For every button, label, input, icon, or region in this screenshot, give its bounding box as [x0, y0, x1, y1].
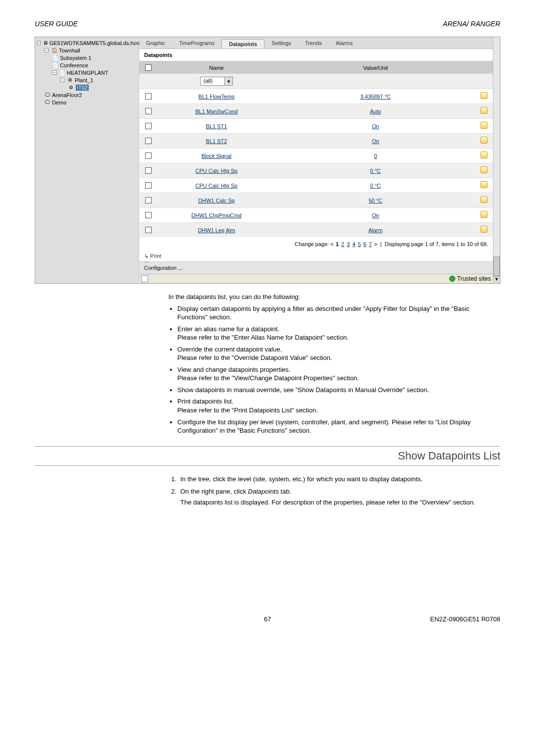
divider — [35, 465, 500, 466]
tree-townhall[interactable]: −🏠Townhall — [35, 47, 139, 54]
bullet-item: Override the current datapoint value.Ple… — [177, 345, 500, 362]
page-link[interactable]: 3 — [347, 241, 350, 247]
dp-value[interactable]: 50 °C — [276, 195, 475, 206]
tree-heatingplant[interactable]: −📄HEATINGPLANT — [35, 69, 139, 76]
dp-value[interactable]: Alarm — [276, 224, 475, 236]
page-icon: 📄 — [52, 54, 58, 61]
page-link[interactable]: 2 — [341, 241, 344, 247]
tree-arenafloor2[interactable]: 🖵ArenaFloor2 — [35, 91, 139, 99]
page-link[interactable]: 6 — [364, 241, 367, 247]
dp-value[interactable]: 0 °C — [276, 180, 475, 192]
tree-it02[interactable]: ⚙IT02 — [35, 84, 139, 91]
collapse-icon[interactable]: − — [44, 48, 49, 52]
datapoints-table: Name Value/Unit (all) ▾ BL1 FlowTe — [139, 61, 493, 237]
row-checkbox[interactable] — [145, 197, 152, 203]
dp-value[interactable]: 0 °C — [276, 165, 475, 177]
edit-icon[interactable] — [481, 196, 487, 203]
page-link[interactable]: 4 — [352, 241, 355, 247]
subheader: Datapoints — [139, 49, 493, 61]
page-icon: 📄 — [59, 69, 65, 76]
config-link[interactable]: Configuration ... — [144, 265, 183, 271]
bullet-item: Configure the list display per level (sy… — [177, 418, 500, 435]
house-icon: 🏠 — [51, 47, 57, 53]
dp-name[interactable]: BL1 FlowTemp — [157, 91, 276, 102]
edit-icon[interactable] — [481, 211, 487, 218]
dp-value[interactable]: Auto — [276, 105, 475, 117]
header-checkbox[interactable] — [145, 64, 152, 71]
scroll-thumb[interactable] — [493, 256, 500, 276]
scroll-down-icon[interactable]: ▼ — [493, 276, 500, 283]
dp-name[interactable]: BL1 ManSwCond — [157, 105, 276, 117]
edit-icon[interactable] — [481, 181, 487, 188]
row-checkbox[interactable] — [145, 212, 152, 218]
collapse-icon[interactable]: − — [60, 78, 64, 82]
name-filter-dropdown[interactable]: (all) ▾ — [200, 77, 233, 86]
dp-name[interactable]: DHW1 Leg Alm — [157, 224, 276, 236]
table-row: DHW1 Calc Sp50 °C — [139, 193, 493, 207]
edit-icon[interactable] — [481, 107, 487, 114]
tab-settings[interactable]: Settings — [265, 39, 298, 49]
dp-name[interactable]: DHW1 Calc Sp — [157, 195, 276, 206]
bullet-item: Enter an alias name for a datapoint.Plea… — [177, 325, 500, 342]
row-checkbox[interactable] — [145, 93, 152, 100]
page-link[interactable]: 5 — [358, 241, 361, 247]
status-bar: Trusted sites — [139, 274, 493, 283]
table-row: CPU Calc Htg Sp0 °C — [139, 163, 493, 178]
dp-value[interactable]: 0 — [276, 150, 475, 162]
edit-icon[interactable] — [481, 122, 487, 129]
table-row: BL1 ManSwCondAuto — [139, 103, 493, 118]
section-title: Show Datapoints List — [35, 450, 500, 462]
table-row: Block Signal0 — [139, 148, 493, 163]
edit-icon[interactable] — [481, 137, 487, 144]
print-link[interactable]: ↳ Print — [144, 253, 161, 259]
row-checkbox[interactable] — [145, 182, 152, 189]
tree-demo[interactable]: 🖵Demo — [35, 99, 139, 106]
edit-icon[interactable] — [481, 166, 487, 173]
row-checkbox[interactable] — [145, 152, 152, 159]
row-checkbox[interactable] — [145, 138, 152, 144]
dp-name[interactable]: BL1 ST2 — [157, 135, 276, 147]
row-checkbox[interactable] — [145, 167, 152, 174]
tab-datapoints[interactable]: Datapoints — [221, 39, 265, 49]
monitor-icon: 🖵 — [44, 99, 51, 105]
app-screenshot: −🖥GE51WDTKSAMMET5.global.ds.honey −🏠Town… — [35, 37, 500, 284]
tree-root[interactable]: −🖥GE51WDTKSAMMET5.global.ds.honey — [35, 39, 139, 47]
tree-plant1[interactable]: −⚙Plant_1 — [35, 76, 139, 84]
dp-value[interactable]: On — [276, 135, 475, 147]
document-icon — [141, 275, 148, 282]
col-name-header[interactable]: Name — [157, 62, 276, 74]
tree-conference[interactable]: 📄Conference — [35, 61, 139, 69]
dp-value[interactable]: On — [276, 120, 475, 132]
tab-timeprograms[interactable]: TimePrograms — [172, 39, 222, 49]
dp-name[interactable]: Block Signal — [157, 150, 276, 162]
dp-value[interactable]: On — [276, 209, 475, 221]
scrollbar[interactable]: ▼ — [493, 37, 500, 283]
dp-name[interactable]: CPU Calc Htg Sp — [157, 165, 276, 177]
tab-alarms[interactable]: Alarms — [329, 39, 360, 49]
trusted-sites: Trusted sites — [449, 275, 491, 282]
page-link[interactable]: 7 — [369, 241, 372, 247]
edit-icon[interactable] — [481, 226, 487, 233]
edit-icon[interactable] — [481, 151, 487, 158]
tree-subsystem1[interactable]: 📄Subsystem 1 — [35, 54, 139, 61]
page-number: 67 — [264, 615, 271, 623]
bullet-item: Display certain datapoints by applying a… — [177, 304, 500, 322]
dp-name[interactable]: CPU Calc Htg Sp — [157, 180, 276, 192]
tab-graphic[interactable]: Graphic — [139, 39, 172, 49]
dp-name[interactable]: BL1 ST1 — [157, 120, 276, 132]
collapse-icon[interactable]: − — [52, 70, 56, 75]
row-checkbox[interactable] — [145, 108, 152, 114]
page-suffix: > — [374, 241, 377, 247]
bullet-item: Show datapoints in manual override, see … — [177, 386, 500, 395]
edit-icon[interactable] — [481, 92, 487, 99]
chevron-down-icon[interactable]: ▾ — [224, 77, 232, 85]
table-row: CPU Calc Htg Sp0 °C — [139, 178, 493, 193]
dp-value[interactable]: 3.435897 °C — [276, 91, 475, 102]
page-info: Displaying page 1 of 7, items 1 to 10 of… — [384, 241, 488, 247]
col-value-header[interactable]: Value/Unit — [276, 62, 475, 74]
row-checkbox[interactable] — [145, 227, 152, 233]
collapse-icon[interactable]: − — [37, 41, 41, 45]
dp-name[interactable]: DHW1 ChgPmpCmd — [157, 209, 276, 221]
tab-trends[interactable]: Trends — [298, 39, 329, 49]
row-checkbox[interactable] — [145, 123, 152, 129]
